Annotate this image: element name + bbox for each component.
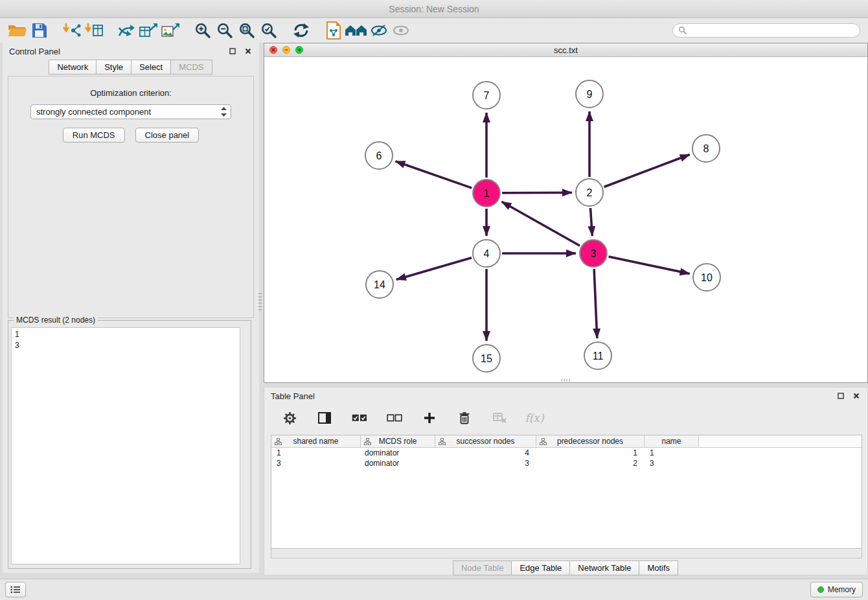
delete-column-button[interactable] [453,407,475,429]
table-row[interactable]: 3 dominator 3 2 3 [271,458,862,468]
tab-select[interactable]: Select [131,60,171,75]
window-resize-grip[interactable] [561,379,571,382]
edge-3-1[interactable] [502,202,580,246]
node-label-2: 2 [587,187,593,198]
column-header-mcds-role[interactable]: MCDS role [361,435,435,447]
cell-name[interactable]: 1 [645,448,699,458]
column-header-label: shared name [293,437,338,446]
close-window-button[interactable] [269,46,277,54]
edge-3-10[interactable] [609,257,690,273]
graphics-details-button[interactable] [368,19,390,41]
horizontal-scrollbar[interactable] [271,549,862,559]
cell-name[interactable]: 3 [645,458,699,468]
close-icon [245,48,251,54]
cell-mcds-role[interactable]: dominator [361,448,435,458]
function-builder-button[interactable]: f(x) [523,407,545,429]
tab-node-table[interactable]: Node Table [453,560,512,575]
close-panel-button-secondary[interactable]: Close panel [135,128,200,143]
tab-network[interactable]: Network [49,60,97,75]
optimization-select-value: strongly connected component [36,107,151,117]
cell-successor-nodes[interactable]: 4 [435,448,536,458]
status-bar: Memory [0,579,868,600]
edge-2-8[interactable] [604,155,690,187]
zoom-selected-button[interactable] [258,19,280,41]
result-line: 3 [15,340,236,351]
tab-style[interactable]: Style [96,60,131,75]
import-table-icon [84,22,104,39]
export-network-button[interactable] [115,19,137,41]
close-panel-button[interactable] [244,47,253,56]
cell-predecessor-nodes[interactable]: 1 [536,448,645,458]
zoom-out-button[interactable] [214,19,236,41]
column-header-successor-nodes[interactable]: successor nodes [435,435,536,447]
edge-1-6[interactable] [396,161,472,188]
column-header-name[interactable]: name [645,435,699,447]
cell-shared-name[interactable]: 1 [271,448,361,458]
column-type-icon [439,438,446,445]
run-mcds-button[interactable]: Run MCDS [63,128,125,143]
import-table-button[interactable] [83,19,105,41]
cell-predecessor-nodes[interactable]: 2 [536,458,645,468]
zoom-in-button[interactable] [192,19,214,41]
homes-icon [345,23,368,38]
close-icon [853,393,860,399]
node-table: shared name MCDS role successor nodes pr… [271,435,862,549]
export-image-button[interactable] [159,19,181,41]
column-header-predecessor-nodes[interactable]: predecessor nodes [536,435,645,447]
mcds-result-title: MCDS result (2 nodes) [14,316,98,325]
cell-mcds-role[interactable]: dominator [361,458,435,468]
edge-2-3[interactable] [591,208,593,236]
cell-shared-name[interactable]: 3 [271,458,361,468]
delete-table-button[interactable] [488,407,510,429]
create-column-button[interactable] [418,407,440,429]
column-header-shared-name[interactable]: shared name [271,435,361,447]
export-table-icon [139,22,158,39]
edge-1-2[interactable] [502,192,572,193]
tab-motifs[interactable]: Motifs [639,560,678,575]
table-mode-button[interactable] [279,407,301,429]
network-canvas[interactable]: 7968124314101511 [264,57,867,382]
close-table-panel-button[interactable] [852,391,861,400]
cell-successor-nodes[interactable]: 3 [435,458,536,468]
unselect-all-columns-button[interactable] [383,407,405,429]
edge-4-14[interactable] [396,258,472,280]
column-type-icon [364,438,371,445]
open-session-button[interactable] [6,19,29,41]
network-from-selection-button[interactable] [323,19,345,41]
show-hide-button[interactable] [390,19,412,41]
export-network-icon [117,22,135,39]
import-network-button[interactable] [61,19,83,41]
tab-network-table[interactable]: Network Table [569,560,639,575]
save-session-button[interactable] [29,19,51,41]
apply-layout-button[interactable] [290,19,312,41]
column-header-filler [699,435,862,447]
network-window-titlebar[interactable]: scc.txt [264,43,867,57]
zoom-window-button[interactable] [295,46,303,54]
optimization-select[interactable]: strongly connected component [30,104,231,119]
task-history-button[interactable] [5,582,26,597]
float-panel-button[interactable] [228,47,237,56]
memory-status-dot [817,586,824,593]
mcds-result-text[interactable]: 1 3 [11,327,240,564]
panel-resize-handle[interactable] [258,293,262,312]
plus-icon [424,412,435,424]
zoom-fit-button[interactable] [236,19,258,41]
delete-table-icon [493,413,507,423]
memory-button[interactable]: Memory [810,582,863,597]
minimize-window-button[interactable] [282,46,290,54]
search-box[interactable] [672,23,860,38]
tab-edge-table[interactable]: Edge Table [511,560,570,575]
home-button[interactable] [345,19,368,41]
export-table-button[interactable] [137,19,159,41]
edge-3-11[interactable] [594,269,597,338]
list-icon [10,586,21,594]
select-all-columns-button[interactable] [348,407,371,429]
search-input[interactable] [691,26,854,35]
table-row[interactable]: 1 dominator 4 1 1 [271,448,862,458]
columns-icon [318,412,331,424]
tab-mcds[interactable]: MCDS [170,60,212,75]
show-columns-button[interactable] [314,407,336,429]
float-table-panel-button[interactable] [836,391,845,400]
table-panel: Table Panel f(x) [264,387,868,575]
column-header-label: successor nodes [456,437,514,446]
